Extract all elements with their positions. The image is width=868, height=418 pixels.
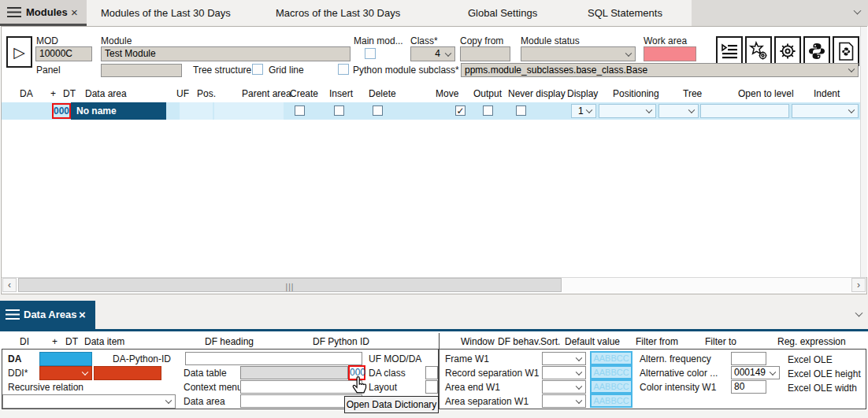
grid-col-output[interactable]: Output bbox=[473, 88, 502, 99]
mod-field[interactable]: 10000C bbox=[35, 46, 92, 61]
context-menu-input[interactable] bbox=[240, 380, 362, 394]
never-display-checkbox[interactable] bbox=[516, 105, 526, 116]
tab-bar-chevron-down-icon[interactable] bbox=[852, 6, 862, 16]
col-sort[interactable]: Sort. bbox=[540, 336, 560, 347]
col-df-heading[interactable]: DF heading bbox=[205, 336, 254, 347]
col-df-behav[interactable]: DF behav. bbox=[498, 336, 540, 347]
da-field[interactable] bbox=[39, 352, 92, 366]
grid-line-checkbox[interactable] bbox=[252, 64, 263, 75]
recursive-relation-dropdown[interactable] bbox=[2, 394, 176, 409]
positioning-dropdown[interactable] bbox=[599, 104, 656, 118]
module-status-dropdown[interactable] bbox=[521, 46, 636, 61]
record-separation-w1-color-field[interactable]: AABBCC bbox=[590, 365, 632, 379]
col-dt[interactable]: DT bbox=[65, 336, 78, 347]
create-checkbox[interactable] bbox=[295, 105, 305, 116]
module-field[interactable]: Test Module bbox=[101, 46, 351, 61]
panel-field[interactable] bbox=[101, 64, 182, 77]
class-label: Class* bbox=[410, 35, 438, 46]
ddi-dropdown[interactable] bbox=[39, 366, 92, 380]
grid-col-uf[interactable]: UF bbox=[176, 88, 189, 99]
work-area-field[interactable] bbox=[644, 46, 696, 61]
ddi-field[interactable] bbox=[94, 366, 161, 380]
grid-col-da[interactable]: DA bbox=[20, 88, 33, 99]
run-module-button[interactable]: ▷ bbox=[6, 36, 32, 68]
python-subclass-dropdown[interactable]: ppms.module_subclasses.base_class.Base bbox=[461, 63, 859, 77]
tree-dropdown[interactable] bbox=[658, 104, 699, 118]
grid-col-pos[interactable]: Pos. bbox=[197, 88, 216, 99]
hamburger-menu-icon[interactable] bbox=[7, 7, 21, 9]
grid-col-indent[interactable]: Indent bbox=[814, 88, 840, 99]
data-table-input[interactable] bbox=[240, 366, 348, 379]
area-separation-w1-color-field[interactable]: AABBCC bbox=[590, 394, 632, 408]
close-tab-icon[interactable]: × bbox=[71, 6, 78, 18]
indent-dropdown[interactable] bbox=[792, 104, 859, 118]
close-tab-icon[interactable]: × bbox=[79, 309, 86, 320]
col-plus[interactable]: + bbox=[52, 336, 57, 347]
col-di[interactable]: DI bbox=[20, 336, 29, 347]
grid-col-data-area[interactable]: Data area bbox=[85, 88, 127, 99]
grid-cell-dt[interactable]: 000 bbox=[52, 103, 71, 119]
col-data-item[interactable]: Data item bbox=[84, 336, 124, 347]
col-df-python-id[interactable]: DF Python ID bbox=[313, 336, 369, 347]
grid-col-delete[interactable]: Delete bbox=[369, 88, 396, 99]
col-reg-expression[interactable]: Reg. expression bbox=[777, 336, 846, 347]
grid-col-display[interactable]: Display bbox=[567, 88, 598, 99]
grid-cell-parent-area[interactable] bbox=[214, 102, 284, 120]
col-default-value[interactable]: Default value bbox=[565, 336, 620, 347]
grid-col-positioning[interactable]: Positioning bbox=[613, 88, 659, 99]
frame-w1-color-field[interactable]: AABBCC bbox=[590, 351, 632, 365]
main-mod-checkbox[interactable] bbox=[365, 48, 376, 59]
alternative-color-dropdown[interactable]: 000149 bbox=[731, 366, 780, 379]
grid-col-dt[interactable]: DT bbox=[63, 88, 76, 99]
favorite-settings-button[interactable] bbox=[745, 36, 772, 66]
open-to-level-field[interactable] bbox=[700, 104, 789, 118]
grid-col-parent-area[interactable]: Parent area bbox=[242, 88, 291, 99]
class-dropdown[interactable]: 4 bbox=[410, 46, 455, 61]
python-button[interactable] bbox=[803, 36, 830, 66]
grid-col-move[interactable]: Move bbox=[436, 88, 458, 99]
hamburger-menu-icon[interactable] bbox=[6, 309, 20, 311]
grid-cell-data-area-name[interactable]: No name bbox=[71, 102, 166, 120]
tab-macros-last-30-days[interactable]: Macros of the Last 30 Days bbox=[276, 7, 400, 19]
grid-col-open-to-level[interactable]: Open to level bbox=[738, 88, 794, 99]
area-end-w1-dropdown[interactable] bbox=[542, 380, 586, 394]
col-filter-to[interactable]: Filter to bbox=[705, 336, 736, 347]
tab-data-areas[interactable]: Data Areas × bbox=[0, 301, 95, 329]
scroll-right-button[interactable]: › bbox=[851, 278, 866, 292]
col-window[interactable]: Window bbox=[461, 336, 495, 347]
da-class-field[interactable] bbox=[425, 366, 438, 379]
scroll-left-button[interactable]: ‹ bbox=[2, 278, 17, 292]
record-separation-w1-dropdown[interactable] bbox=[542, 366, 586, 379]
insert-checkbox[interactable] bbox=[334, 105, 344, 116]
tab-modules-last-30-days[interactable]: Modules of the Last 30 Days bbox=[101, 7, 231, 19]
vertical-scrollbar[interactable] bbox=[860, 27, 867, 277]
scrollbar-thumb[interactable]: ||| bbox=[18, 278, 562, 292]
copy-from-field[interactable] bbox=[460, 46, 510, 61]
frame-w1-dropdown[interactable] bbox=[542, 352, 586, 365]
bottom-tab-bar-chevron-down-icon[interactable] bbox=[854, 309, 863, 318]
tab-global-settings[interactable]: Global Settings bbox=[468, 7, 537, 19]
grid-col-plus[interactable]: + bbox=[50, 88, 56, 99]
da-python-id-input[interactable] bbox=[185, 352, 362, 365]
tab-modules[interactable]: Modules × bbox=[0, 0, 87, 26]
grid-cell-pos[interactable] bbox=[180, 102, 213, 120]
col-filter-from[interactable]: Filter from bbox=[636, 336, 678, 347]
delete-checkbox[interactable] bbox=[373, 105, 383, 116]
grid-col-tree[interactable]: Tree bbox=[683, 88, 702, 99]
grid-col-create[interactable]: Create bbox=[290, 88, 318, 99]
tab-sql-statements[interactable]: SQL Statements bbox=[588, 7, 662, 19]
python-file-button[interactable] bbox=[833, 36, 859, 66]
display-dropdown[interactable]: 1 bbox=[571, 104, 596, 118]
output-checkbox[interactable] bbox=[483, 105, 493, 116]
run-sequence-button[interactable] bbox=[716, 36, 743, 66]
move-checkbox[interactable]: ✓ bbox=[455, 105, 466, 116]
grid-col-insert[interactable]: Insert bbox=[329, 88, 353, 99]
area-end-w1-color-field[interactable]: AABBCC bbox=[590, 379, 632, 394]
settings-button[interactable] bbox=[774, 36, 801, 66]
grid-col-never-display[interactable]: Never display bbox=[508, 88, 566, 99]
python-subclass-checkbox[interactable] bbox=[338, 64, 349, 75]
layout-field[interactable] bbox=[425, 380, 438, 394]
color-intensity-w1-input[interactable]: 80 bbox=[731, 380, 766, 394]
area-separation-w1-dropdown[interactable] bbox=[542, 394, 586, 408]
altern-frequency-input[interactable] bbox=[731, 352, 766, 365]
